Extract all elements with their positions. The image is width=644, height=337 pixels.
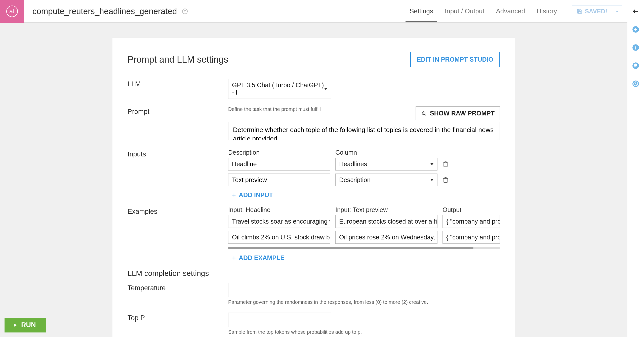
add-input-button[interactable]: ADD INPUT [231, 191, 500, 199]
logo-text: aI [6, 6, 18, 17]
tabs: Settings Input / Output Advanced History [410, 0, 557, 22]
edit-prompt-studio-button[interactable]: EDIT IN PROMPT STUDIO [410, 52, 500, 67]
scrollbar-thumb[interactable] [228, 247, 473, 249]
input-column-select[interactable]: Description [335, 174, 437, 186]
temperature-label: Temperature [128, 283, 228, 292]
chat-icon[interactable] [632, 62, 639, 69]
input-column-value: Headlines [339, 160, 367, 168]
input-desc-field[interactable] [228, 158, 330, 171]
llm-selected-value: GPT 3.5 Chat (Turbo / ChatGPT) - l [232, 81, 324, 96]
page-title: compute_reuters_headlines_generated [32, 7, 177, 16]
examples-header-1: Input: Headline [228, 206, 330, 214]
examples-header-output: Output [442, 206, 500, 214]
prompt-textarea[interactable] [228, 122, 500, 140]
examples-label: Examples [128, 206, 228, 216]
svg-point-11 [635, 46, 636, 47]
saved-label: SAVED! [585, 8, 607, 15]
delete-input-button[interactable] [442, 177, 449, 183]
llm-label: LLM [128, 79, 228, 88]
svg-marker-16 [14, 323, 17, 327]
inputs-desc-header: Description [228, 149, 330, 156]
example-output-field[interactable]: { "company and product n [442, 231, 500, 244]
prompt-label: Prompt [128, 106, 228, 116]
prompt-helper: Define the task that the prompt must ful… [228, 106, 321, 112]
add-example-button[interactable]: ADD EXAMPLE [231, 254, 500, 262]
add-example-label: ADD EXAMPLE [239, 254, 285, 262]
llm-select[interactable]: GPT 3.5 Chat (Turbo / ChatGPT) - l [228, 79, 331, 99]
chevron-down-icon [430, 163, 434, 165]
top-p-helper: Sample from the top tokens whose probabi… [228, 329, 500, 335]
content-scroll[interactable]: Prompt and LLM settings EDIT IN PROMPT S… [0, 23, 627, 337]
example-preview-field[interactable]: European stocks closed at over a five [335, 215, 437, 228]
tab-settings[interactable]: Settings [410, 0, 433, 22]
main-area: aI compute_reuters_headlines_generated S… [0, 0, 627, 337]
top-p-input[interactable] [228, 313, 331, 327]
example-headline-field[interactable]: Oil climbs 2% on U.S. stock draw but [228, 231, 330, 244]
add-input-label: ADD INPUT [239, 191, 273, 199]
example-output-field[interactable]: { "company and product n [442, 215, 500, 228]
examples-horizontal-scrollbar[interactable] [228, 247, 500, 249]
temperature-input[interactable] [228, 283, 331, 297]
add-icon[interactable] [632, 26, 639, 33]
back-arrow-icon[interactable] [632, 8, 639, 15]
svg-point-0 [182, 9, 187, 14]
card-title: Prompt and LLM settings [128, 54, 228, 65]
delete-input-button[interactable] [442, 161, 449, 167]
inputs-label: Inputs [128, 149, 228, 158]
tab-advanced[interactable]: Advanced [496, 0, 525, 22]
settings-card: Prompt and LLM settings EDIT IN PROMPT S… [112, 38, 515, 337]
saved-button[interactable]: SAVED! [572, 6, 612, 17]
input-desc-field[interactable] [228, 174, 330, 186]
inputs-col-header: Column [335, 149, 437, 156]
input-column-select[interactable]: Headlines [335, 158, 437, 171]
tab-history[interactable]: History [537, 0, 557, 22]
saved-button-group: SAVED! [572, 6, 622, 17]
svg-rect-12 [635, 47, 636, 49]
chevron-down-icon [324, 88, 328, 90]
example-headline-field[interactable]: Travel stocks soar as encouraging va [228, 215, 330, 228]
show-raw-prompt-label: SHOW RAW PROMPT [430, 110, 495, 117]
chevron-down-icon [430, 179, 434, 181]
run-button[interactable]: RUN [5, 318, 46, 332]
right-rail [627, 0, 644, 337]
run-label: RUN [21, 321, 36, 329]
tab-input-output[interactable]: Input / Output [445, 0, 485, 22]
sync-icon[interactable] [182, 8, 188, 14]
show-raw-prompt-button[interactable]: SHOW RAW PROMPT [416, 106, 500, 120]
input-column-value: Description [339, 176, 371, 184]
examples-header-2: Input: Text preview [335, 206, 437, 214]
topbar: aI compute_reuters_headlines_generated S… [0, 0, 627, 23]
example-preview-field[interactable]: Oil prices rose 2% on Wednesday, su [335, 231, 437, 244]
temperature-helper: Parameter governing the randomness in th… [228, 299, 500, 305]
completion-settings-title: LLM completion settings [128, 269, 500, 278]
clock-icon[interactable] [632, 80, 639, 88]
saved-dropdown[interactable] [612, 6, 622, 17]
top-p-label: Top P [128, 313, 228, 322]
app-logo[interactable]: aI [0, 0, 24, 23]
info-icon[interactable] [632, 44, 639, 51]
